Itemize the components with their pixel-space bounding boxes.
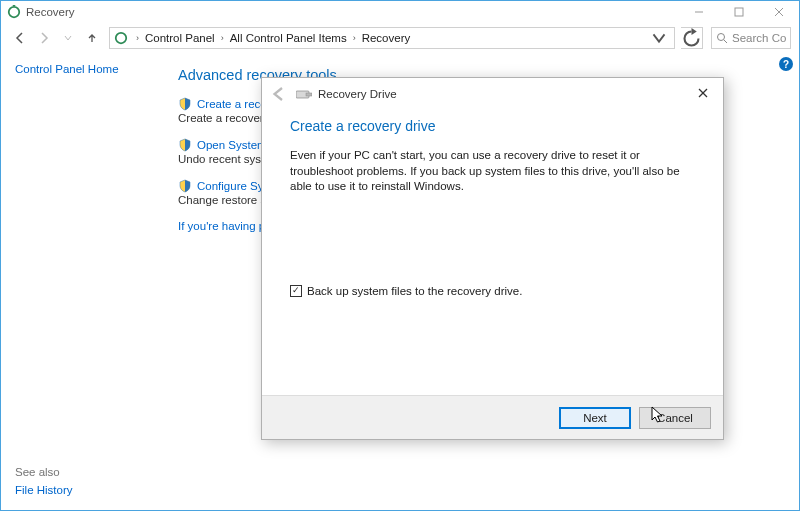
breadcrumb-recovery[interactable]: Recovery xyxy=(360,32,413,44)
refresh-button[interactable] xyxy=(681,27,703,49)
breadcrumb-control-panel[interactable]: Control Panel xyxy=(143,32,217,44)
drive-icon xyxy=(296,88,312,100)
nav-row: › Control Panel › All Control Panel Item… xyxy=(1,23,799,53)
shield-icon xyxy=(178,97,192,111)
recovery-window: Recovery › Control Panel › All Control P… xyxy=(0,0,800,511)
address-bar[interactable]: › Control Panel › All Control Panel Item… xyxy=(109,27,675,49)
chevron-right-icon: › xyxy=(132,33,143,43)
see-also-label: See also xyxy=(15,466,73,478)
svg-rect-9 xyxy=(306,93,312,96)
backup-checkbox[interactable]: ✓ xyxy=(290,285,302,297)
titlebar: Recovery xyxy=(1,1,799,23)
breadcrumb-all-items[interactable]: All Control Panel Items xyxy=(228,32,349,44)
sidebar: Control Panel Home xyxy=(1,53,158,510)
nav-forward-button[interactable] xyxy=(33,27,55,49)
svg-rect-2 xyxy=(735,8,743,16)
address-dropdown[interactable] xyxy=(648,28,670,48)
svg-point-0 xyxy=(9,7,20,18)
backup-checkbox-label: Back up system files to the recovery dri… xyxy=(307,285,522,297)
see-also: See also File History xyxy=(15,466,73,496)
dialog-title: Create a recovery drive xyxy=(290,118,695,134)
maximize-button[interactable] xyxy=(719,1,759,23)
svg-point-5 xyxy=(116,33,127,44)
minimize-button[interactable] xyxy=(679,1,719,23)
dialog-body: Create a recovery drive Even if your PC … xyxy=(262,106,723,395)
nav-back-button[interactable] xyxy=(9,27,31,49)
recovery-drive-dialog: Recovery Drive Create a recovery drive E… xyxy=(261,77,724,440)
shield-icon xyxy=(178,179,192,193)
svg-point-6 xyxy=(718,34,725,41)
control-panel-home-link[interactable]: Control Panel Home xyxy=(15,63,144,75)
dialog-header: Recovery Drive xyxy=(262,78,723,106)
search-icon xyxy=(716,32,728,44)
control-panel-icon xyxy=(114,31,128,45)
nav-recent-dropdown[interactable] xyxy=(57,27,79,49)
nav-up-button[interactable] xyxy=(81,27,103,49)
chevron-right-icon: › xyxy=(217,33,228,43)
dialog-back-button[interactable] xyxy=(270,85,288,103)
system-buttons xyxy=(679,1,799,23)
dialog-close-button[interactable] xyxy=(685,81,721,105)
backup-checkbox-row[interactable]: ✓ Back up system files to the recovery d… xyxy=(290,285,695,297)
shield-icon xyxy=(178,138,192,152)
svg-line-7 xyxy=(724,40,727,43)
chevron-right-icon: › xyxy=(349,33,360,43)
search-placeholder: Search Co... xyxy=(732,32,786,44)
next-button[interactable]: Next xyxy=(559,407,631,429)
dialog-header-text: Recovery Drive xyxy=(318,88,397,100)
window-title: Recovery xyxy=(26,6,75,18)
cancel-button[interactable]: Cancel xyxy=(639,407,711,429)
file-history-link[interactable]: File History xyxy=(15,484,73,496)
dialog-footer: Next Cancel xyxy=(262,395,723,439)
close-button[interactable] xyxy=(759,1,799,23)
search-input[interactable]: Search Co... xyxy=(711,27,791,49)
dialog-description: Even if your PC can't start, you can use… xyxy=(290,148,695,195)
recovery-title-icon xyxy=(7,5,21,19)
